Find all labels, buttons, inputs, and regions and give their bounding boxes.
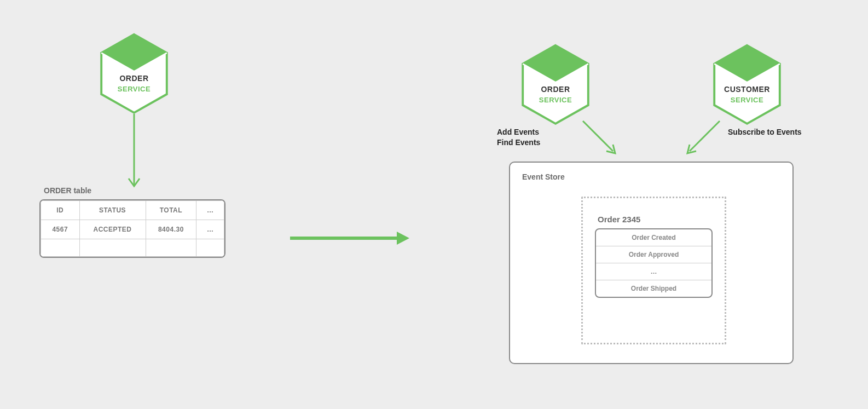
table-row-empty <box>41 239 224 257</box>
customer-service-subtitle: SERVICE <box>711 96 783 104</box>
svg-line-9 <box>583 121 613 151</box>
th-status: STATUS <box>79 201 146 220</box>
svg-marker-4 <box>397 232 409 245</box>
subscribe-events-annot: Subscribe to Events <box>728 127 802 137</box>
arrow-right-icon <box>290 230 410 246</box>
td-id: 4567 <box>41 220 80 239</box>
order-title: Order 2345 <box>598 215 640 224</box>
order-table-title: ORDER table <box>44 186 91 195</box>
order-table: ID STATUS TOTAL … 4567 ACCEPTED 8404.30 … <box>39 199 225 258</box>
hex-icon: CUSTOMER SERVICE <box>711 44 783 126</box>
hex-icon: ORDER SERVICE <box>99 33 170 115</box>
order-service-hex-left: ORDER SERVICE <box>99 33 170 115</box>
annot-line1: Add Events <box>497 128 539 136</box>
order-service-hex-right: ORDER SERVICE <box>520 44 591 126</box>
event-row: … <box>596 263 711 280</box>
add-find-events-annot: Add Events Find Events <box>497 127 540 148</box>
arrow-diag-left-icon <box>679 118 722 162</box>
event-row: Order Approved <box>596 246 711 263</box>
event-row: Order Shipped <box>596 280 711 297</box>
table-header-row: ID STATUS TOTAL … <box>41 201 224 220</box>
td-total: 8404.30 <box>146 220 196 239</box>
event-row: Order Created <box>596 229 711 246</box>
td-more: … <box>196 220 224 239</box>
arrow-down-icon <box>129 114 140 196</box>
order-service-subtitle: SERVICE <box>99 85 170 93</box>
td-status: ACCEPTED <box>79 220 146 239</box>
hex-icon: ORDER SERVICE <box>520 44 591 126</box>
event-list: Order Created Order Approved … Order Shi… <box>595 228 713 298</box>
order-service-subtitle-right: SERVICE <box>520 96 591 104</box>
arrow-diag-right-icon <box>580 118 624 162</box>
annot-line2: Find Events <box>497 138 540 147</box>
th-more: … <box>196 201 224 220</box>
th-total: TOTAL <box>146 201 196 220</box>
th-id: ID <box>41 201 80 220</box>
order-service-title-right: ORDER <box>520 85 591 94</box>
event-store-box: Event Store Order 2345 Order Created Ord… <box>509 162 794 364</box>
table-row: 4567 ACCEPTED 8404.30 … <box>41 220 224 239</box>
customer-service-hex: CUSTOMER SERVICE <box>711 44 783 126</box>
customer-service-title: CUSTOMER <box>711 85 783 94</box>
order-service-title: ORDER <box>99 74 170 83</box>
event-store-title: Event Store <box>522 172 565 181</box>
svg-line-10 <box>690 121 720 151</box>
